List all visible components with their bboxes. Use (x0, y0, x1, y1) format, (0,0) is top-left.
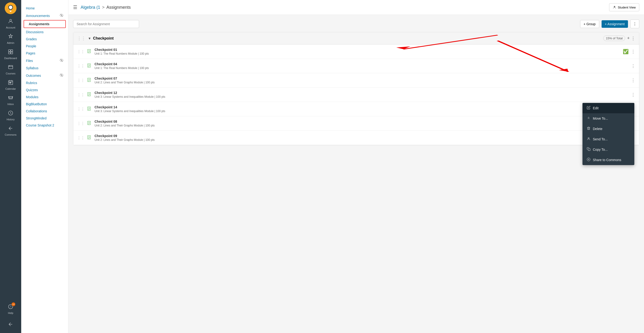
calendar-icon (8, 80, 14, 86)
row-drag-handle[interactable]: ⋮⋮ (77, 64, 85, 68)
svg-rect-6 (11, 52, 13, 54)
delete-icon (587, 126, 590, 131)
dashboard-icon (8, 49, 14, 56)
sidebar-item-dashboard[interactable]: Dashboard (0, 47, 21, 62)
sidebar-item-commons[interactable]: Commons (0, 123, 21, 138)
row-drag-handle[interactable]: ⋮⋮ (77, 107, 85, 111)
assignment-title[interactable]: Checkpoint 12 (94, 91, 631, 95)
row-drag-handle[interactable]: ⋮⋮ (77, 136, 85, 140)
announcements-visibility-icon[interactable] (60, 13, 64, 18)
move-to-icon (587, 116, 590, 121)
course-nav-coursesnapshot2[interactable]: Course Snapshot 2 (21, 122, 68, 129)
svg-rect-5 (8, 52, 10, 54)
files-visibility-icon[interactable] (60, 58, 64, 63)
row-drag-handle[interactable]: ⋮⋮ (77, 49, 85, 54)
sidebar-item-history[interactable]: History (0, 108, 21, 123)
collapse-group-button[interactable]: ▼ (88, 36, 91, 40)
published-check-icon: ✅ (623, 49, 629, 54)
assignment-title[interactable]: Checkpoint 04 (94, 62, 631, 66)
student-view-button[interactable]: Student View (609, 3, 639, 11)
main-area: ☰ Algebra (1 > Assignments Student View … (68, 0, 644, 333)
sidebar-item-label: Help (8, 312, 14, 315)
group-more-button[interactable]: ⋮ (631, 36, 635, 41)
assignment-type-icon (87, 135, 92, 141)
outcomes-visibility-icon[interactable] (60, 73, 64, 78)
assignment-more-button[interactable]: ⋮ (631, 78, 635, 83)
assignment-row: ⋮⋮ Checkpoint 01 Unit 1: The Real Number… (73, 44, 639, 59)
assignment-type-icon (87, 92, 92, 98)
course-nav-outcomes-row: Outcomes (21, 72, 68, 79)
sidebar-item-help[interactable]: ? 10 Help (0, 302, 21, 317)
course-nav-discussions[interactable]: Discussions (21, 28, 68, 35)
svg-rect-4 (11, 50, 13, 51)
search-input[interactable] (73, 20, 139, 28)
add-assignment-button[interactable]: + Assignment (602, 20, 628, 28)
group-percent-badge: 15% of Total (603, 35, 625, 41)
row-drag-handle[interactable]: ⋮⋮ (77, 78, 85, 83)
courses-icon (8, 64, 14, 71)
assignment-title[interactable]: Checkpoint 09 (94, 134, 623, 138)
assignment-title[interactable]: Checkpoint 01 (94, 48, 623, 51)
context-menu-item-sendto[interactable]: Send To... (582, 134, 634, 144)
add-group-label: + Group (584, 22, 596, 26)
assignment-title[interactable]: Checkpoint 07 (94, 76, 631, 80)
send-to-icon (587, 137, 590, 142)
course-nav-announcements[interactable]: Announcements (26, 14, 60, 18)
sidebar-item-admin[interactable]: Admin (0, 31, 21, 47)
sidebar-item-account[interactable]: Account (0, 16, 21, 31)
hamburger-menu[interactable]: ☰ (73, 4, 77, 10)
assignment-row: ⋮⋮ Checkpoint 14 Unit 3: Linear Systems … (73, 102, 639, 116)
sidebar-item-label: Inbox (8, 103, 14, 105)
assignment-type-icon (87, 106, 92, 112)
sidebar-item-label: Admin (7, 41, 14, 44)
context-menu-item-delete[interactable]: Delete (582, 124, 634, 134)
add-group-button[interactable]: + Group (580, 20, 599, 28)
sidebar-item-inbox[interactable]: Inbox (0, 92, 21, 108)
assignment-more-button[interactable]: ⋮ (631, 92, 635, 97)
assignment-subtitle: Unit 3: Linear Systems and Inequalities … (94, 109, 623, 113)
collapse-nav-button[interactable] (0, 319, 21, 331)
course-nav-strongminded[interactable]: StrongMinded (21, 115, 68, 122)
more-actions-button[interactable]: ⋮ (630, 19, 639, 28)
assignment-more-button[interactable]: ⋮ (631, 49, 635, 54)
page-header: ☰ Algebra (1 > Assignments Student View (68, 0, 644, 15)
group-title: Checkpoint (93, 36, 603, 40)
sidebar-item-courses[interactable]: Courses (0, 62, 21, 77)
context-menu-moveto-label: Move To... (593, 117, 608, 120)
course-nav-files-row: Files (21, 57, 68, 64)
actions-bar: + Group + Assignment ⋮ (73, 19, 639, 28)
app-logo[interactable] (5, 2, 16, 14)
context-menu-item-moveto[interactable]: Move To... (582, 113, 634, 124)
student-view-label: Student View (618, 6, 636, 9)
assignment-type-icon (87, 121, 92, 126)
course-nav-assignments[interactable]: Assignments (24, 20, 66, 28)
course-nav-pages[interactable]: Pages (21, 50, 68, 57)
assignment-title[interactable]: Checkpoint 08 (94, 120, 623, 123)
course-nav-grades[interactable]: Grades (21, 35, 68, 43)
course-nav-outcomes[interactable]: Outcomes (26, 74, 60, 77)
course-nav-modules[interactable]: Modules (21, 93, 68, 101)
course-nav-home[interactable]: Home (21, 5, 68, 12)
add-assignment-label: + Assignment (605, 22, 625, 26)
add-to-group-button[interactable]: + (627, 36, 630, 41)
sidebar-item-label: History (6, 118, 14, 121)
course-nav-files[interactable]: Files (26, 59, 60, 63)
svg-point-26 (614, 6, 615, 7)
course-nav-rubrics[interactable]: Rubrics (21, 79, 68, 86)
group-drag-handle[interactable]: ⋮⋮ (77, 36, 86, 41)
course-nav-people[interactable]: People (21, 43, 68, 50)
course-nav-syllabus[interactable]: Syllabus (21, 64, 68, 72)
course-nav-bigbluebutton[interactable]: BigBlueButton (21, 101, 68, 108)
course-nav-quizzes[interactable]: Quizzes (21, 86, 68, 93)
context-menu-item-edit[interactable]: Edit (582, 103, 634, 113)
context-menu-item-sharecommons[interactable]: Share to Commons (582, 155, 634, 165)
context-menu: Edit Move To... (582, 103, 634, 165)
assignment-title[interactable]: Checkpoint 14 (94, 105, 623, 109)
sidebar-item-calendar[interactable]: Calendar (0, 77, 21, 92)
row-drag-handle[interactable]: ⋮⋮ (77, 92, 85, 97)
context-menu-item-copyto[interactable]: Copy To... (582, 144, 634, 155)
assignment-more-button[interactable]: ⋮ (631, 63, 635, 68)
row-drag-handle[interactable]: ⋮⋮ (77, 121, 85, 126)
course-nav-collaborations[interactable]: Collaborations (21, 108, 68, 115)
breadcrumb-course[interactable]: Algebra (1 (80, 5, 100, 10)
